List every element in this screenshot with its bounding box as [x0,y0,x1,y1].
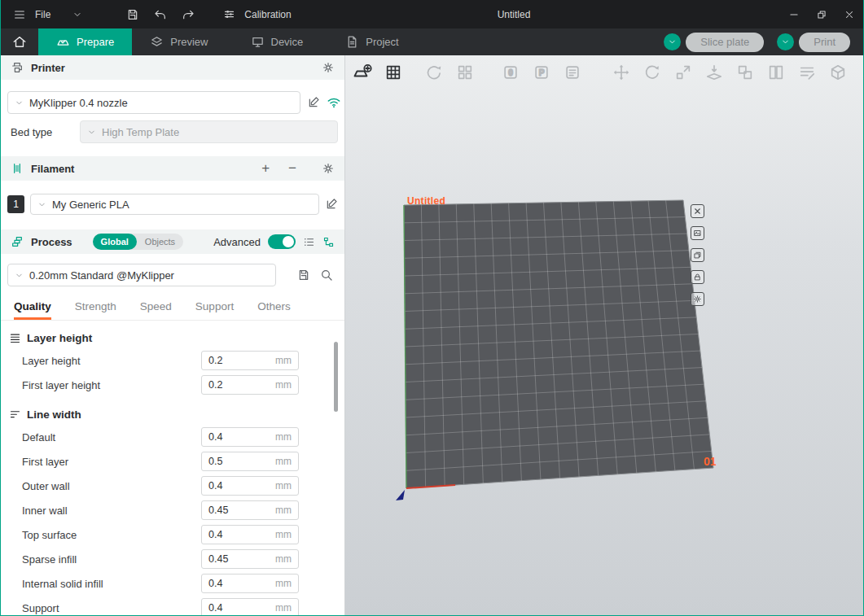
param-input-box[interactable]: mm [201,452,299,471]
prepare-icon [56,35,70,49]
lock-plate-icon[interactable] [691,270,704,284]
param-input-box[interactable]: mm [201,351,299,370]
home-tab[interactable] [1,28,38,55]
param-unit: mm [275,553,292,565]
search-settings-icon[interactable] [320,269,333,282]
add-plate-button[interactable] [352,62,373,83]
tab-strength[interactable]: Strength [75,300,116,320]
close-button[interactable] [835,0,863,28]
tab-project[interactable]: Project [327,28,416,55]
calibration-button[interactable]: Calibration [218,5,291,24]
save-preset-icon[interactable] [297,269,310,282]
split-to-parts-button[interactable] [765,62,787,83]
tab-support[interactable]: Support [195,300,234,320]
param-row: Support mm [1,596,344,616]
scope-objects-button[interactable]: Objects [137,237,183,247]
tab-preview[interactable]: Preview [132,28,226,55]
clone-plate-icon[interactable] [691,248,704,262]
file-menu[interactable]: File [9,5,88,24]
param-input-box[interactable]: mm [201,427,299,447]
object-list-button[interactable] [562,62,583,83]
sidebar-scrollbar[interactable] [334,342,338,412]
scale-tool-button[interactable] [673,62,694,83]
param-label: First layer height [22,379,100,391]
arrange-all-plates-button[interactable] [383,62,404,83]
printer-settings-gear-icon[interactable] [322,61,335,74]
filament-settings-gear-icon[interactable] [322,162,335,175]
plate-settings-icon[interactable] [691,226,704,240]
plate-name-label[interactable]: Untitled [407,195,445,207]
param-input[interactable] [208,355,261,366]
process-section-title: Process [31,236,72,248]
tab-prepare[interactable]: Prepare [38,28,132,55]
variable-layer-height-button[interactable] [796,62,818,83]
param-input[interactable] [208,431,261,443]
tab-quality[interactable]: Quality [14,300,51,320]
param-input[interactable] [208,505,261,516]
rotate-tool-button[interactable] [642,62,663,83]
fill-bed-button[interactable] [500,62,521,83]
save-button[interactable] [122,5,143,24]
redo-button[interactable] [178,5,199,24]
advanced-toggle[interactable] [268,234,296,249]
printer-preset-select[interactable]: MyKlipper 0.4 nozzle [7,91,300,114]
undo-button[interactable] [150,5,171,24]
text-tool-button[interactable] [858,62,863,83]
scope-global-button[interactable]: Global [93,234,137,250]
print-button[interactable]: Print [799,33,850,52]
param-label: Default [22,431,55,443]
param-input[interactable] [208,529,261,540]
tab-device[interactable]: Device [233,28,322,55]
param-row: First layer mm [1,449,344,474]
slice-dropdown-button[interactable] [664,33,681,50]
add-filament-button[interactable]: + [261,160,270,177]
param-input-box[interactable]: mm [201,525,299,544]
tab-others[interactable]: Others [257,300,291,320]
print-dropdown-button[interactable] [777,33,794,50]
param-input[interactable] [208,602,261,614]
param-input[interactable] [208,456,261,467]
maximize-button[interactable] [808,0,835,28]
delete-plate-icon[interactable] [691,204,704,218]
edit-printer-icon[interactable] [307,96,320,109]
filament-slot-badge[interactable]: 1 [7,195,24,213]
paste-button[interactable] [531,62,552,83]
param-input-box[interactable]: mm [201,476,299,496]
param-row: First layer height mm [1,373,344,397]
plate-gear-icon[interactable] [691,292,704,306]
param-input[interactable] [208,578,261,589]
chevron-down-icon[interactable] [67,5,88,24]
wifi-connection-icon[interactable] [327,95,341,110]
structure-view-icon[interactable] [322,236,335,248]
param-input-box[interactable]: mm [201,500,299,520]
lay-on-face-button[interactable] [704,62,725,83]
remove-filament-button[interactable]: − [288,160,296,177]
list-view-icon[interactable] [303,236,315,248]
group-header-line-width[interactable]: Line width [9,404,344,425]
split-to-objects-button[interactable] [735,62,756,83]
param-input[interactable] [208,553,261,565]
mesh-boolean-button[interactable] [827,62,849,83]
edit-filament-icon[interactable] [325,198,338,211]
param-input-box[interactable]: mm [201,598,299,616]
param-input[interactable] [208,480,261,491]
bed-type-label: Bed type [11,126,72,138]
filament-preset-select[interactable]: My Generic PLA [30,194,319,215]
arrange-objects-button[interactable] [454,62,476,83]
param-input[interactable] [208,379,261,391]
process-preset-select[interactable]: 0.20mm Standard @MyKlipper [7,264,276,286]
file-menu-label: File [35,9,50,20]
param-input-box[interactable]: mm [201,375,299,395]
viewport-3d[interactable]: Untitled 01 [345,55,863,616]
bed-type-select[interactable]: High Temp Plate [80,120,338,143]
build-plate[interactable] [345,55,863,616]
slice-plate-button[interactable]: Slice plate [686,33,764,52]
param-input-box[interactable]: mm [201,574,299,593]
param-label: Inner wall [22,505,68,517]
group-header-layer-height[interactable]: Layer height [9,327,344,348]
param-input-box[interactable]: mm [201,549,299,569]
auto-orient-button[interactable] [423,62,445,83]
move-tool-button[interactable] [611,62,632,83]
tab-speed[interactable]: Speed [140,300,172,320]
minimize-button[interactable] [780,0,808,28]
